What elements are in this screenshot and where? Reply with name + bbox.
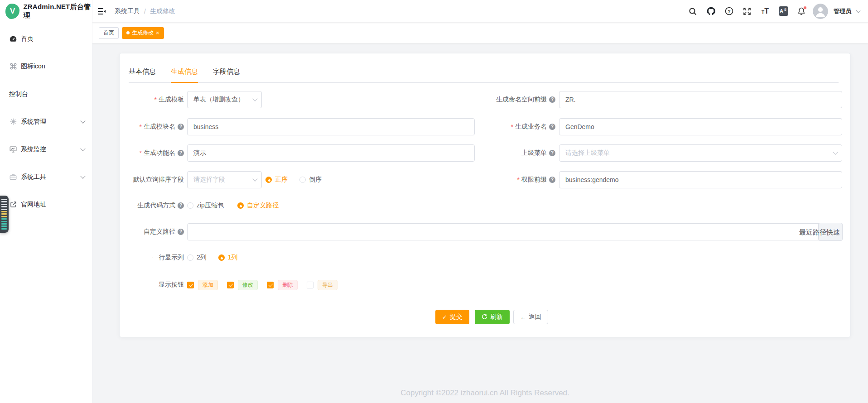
help-icon[interactable]: ?	[178, 150, 184, 156]
button-tag-add: 添加	[198, 280, 218, 290]
username[interactable]: 管理员	[834, 7, 851, 15]
sidebar-item-system-management[interactable]: 系统管理	[0, 108, 92, 135]
theme-drawer-handle[interactable]	[0, 196, 9, 233]
help-icon[interactable]: ?	[178, 229, 184, 235]
close-icon[interactable]: ×	[156, 30, 159, 36]
sidebar-fold-icon[interactable]	[96, 6, 106, 16]
checkbox-icon	[307, 282, 313, 288]
refresh-icon	[482, 314, 487, 321]
custom-path-input[interactable]	[188, 224, 842, 240]
help-icon[interactable]: ?	[178, 124, 184, 130]
field-label-perm-prefix: * 权限前缀 ?	[410, 171, 555, 188]
sidebar-item-system-tools[interactable]: 系统工具	[0, 163, 92, 191]
bell-icon[interactable]	[795, 5, 808, 18]
sidebar-item-console[interactable]: 控制台	[0, 80, 92, 108]
button-label: 刷新	[490, 313, 503, 321]
handle-stripe	[1, 213, 7, 215]
github-icon[interactable]	[704, 5, 718, 18]
field-label-show-buttons: 显示按钮	[120, 276, 184, 293]
font-size-icon[interactable]: TT	[758, 5, 772, 18]
submit-button[interactable]: ✓ 提交	[435, 310, 469, 324]
radio-icon	[187, 202, 193, 209]
select-value: 单表（增删改查）	[193, 96, 244, 104]
checkbox-edit[interactable]: 修改	[227, 280, 258, 290]
sidebar-item-label: 系统工具	[21, 173, 81, 181]
label-text: 上级菜单	[521, 149, 547, 157]
sidebar-item-system-monitor[interactable]: 系统监控	[0, 135, 92, 163]
checkbox-add[interactable]: 添加	[187, 280, 218, 290]
breadcrumb-item-parent[interactable]: 系统工具	[115, 7, 140, 15]
help-icon[interactable]: ?	[549, 150, 555, 156]
handle-stripe	[1, 204, 7, 205]
sidebar-item-official-site[interactable]: 官网地址	[0, 191, 92, 218]
sidebar: V ZRAdmin.NET后台管理 首页 图标icon 控制台	[0, 0, 92, 403]
footer-copyright: Copyright ©2022 izhaorui.cn All Rights R…	[119, 389, 851, 398]
tab-basic-info[interactable]: 基本信息	[129, 67, 156, 82]
help-icon[interactable]: ?	[549, 124, 555, 130]
back-button[interactable]: ← 返回	[513, 310, 548, 324]
help-icon[interactable]: ?	[549, 177, 555, 183]
radio-label: 倒序	[309, 176, 322, 184]
field-label-template: * 生成模板	[120, 91, 184, 108]
help-icon[interactable]: ?	[178, 202, 184, 209]
radio-one-column[interactable]: 1列	[218, 254, 238, 262]
translate-letter: A	[780, 9, 783, 14]
help-icon[interactable]: ?	[722, 5, 736, 18]
label-text: 默认查询排序字段	[133, 176, 184, 184]
parent-menu-select[interactable]: 请选择上级菜单	[559, 144, 842, 162]
field-label-namespace: 生成命名空间前缀 ?	[410, 91, 555, 108]
perm-prefix-input[interactable]	[559, 172, 842, 188]
required-asterisk: *	[511, 123, 513, 130]
sidebar-item-icons[interactable]: 图标icon	[0, 53, 92, 80]
refresh-button[interactable]: 刷新	[475, 310, 510, 324]
translate-icon[interactable]: A文	[776, 5, 790, 18]
radio-icon	[237, 202, 244, 209]
chevron-down-icon	[833, 149, 838, 154]
handle-stripe	[1, 216, 7, 217]
monitor-icon	[9, 145, 17, 154]
namespace-input[interactable]	[559, 91, 842, 108]
tab-gen-edit[interactable]: 生成修改 ×	[122, 27, 164, 39]
radio-zip[interactable]: zip压缩包	[187, 202, 224, 210]
label-text: 生成模块名	[144, 123, 175, 131]
radio-sort-asc[interactable]: 正序	[265, 176, 288, 184]
button-tag-edit: 修改	[238, 280, 258, 290]
handle-stripe	[1, 206, 7, 207]
recent-path-label[interactable]: 最近路径快速	[799, 224, 840, 241]
form-row: * 生成功能名 ? 上级菜单 ? 请选择上级菜单	[120, 144, 850, 162]
avatar[interactable]	[813, 4, 828, 19]
tab-generate-info[interactable]: 生成信息	[171, 67, 198, 82]
external-link-icon	[9, 201, 17, 209]
handle-stripe	[1, 225, 7, 227]
font-size-big: T	[764, 8, 769, 15]
sidebar-item-label: 官网地址	[21, 201, 85, 209]
search-icon[interactable]	[686, 5, 699, 18]
columns-radio-group: 2列 1列	[187, 249, 238, 266]
business-input[interactable]	[559, 119, 842, 135]
user-dropdown-chevron-icon[interactable]	[856, 8, 861, 13]
radio-sort-desc[interactable]: 倒序	[299, 176, 322, 184]
help-icon[interactable]: ?	[549, 96, 555, 103]
tab-home[interactable]: 首页	[99, 27, 119, 39]
form-row: 显示按钮 添加 修改 删除	[120, 276, 850, 293]
tab-label: 生成修改	[132, 29, 154, 37]
perm-prefix-input-wrap	[559, 171, 842, 188]
radio-two-columns[interactable]: 2列	[187, 254, 207, 262]
checkbox-icon	[187, 282, 194, 288]
required-asterisk: *	[140, 123, 142, 130]
app-logo-row[interactable]: V ZRAdmin.NET后台管理	[0, 0, 92, 23]
checkbox-export[interactable]: 导出	[307, 280, 338, 290]
chevron-down-icon	[252, 176, 257, 181]
handle-stripe	[1, 228, 7, 230]
required-asterisk: *	[154, 96, 157, 103]
radio-label: zip压缩包	[197, 202, 224, 210]
checkbox-delete[interactable]: 删除	[267, 280, 298, 290]
sort-field-select[interactable]: 请选择字段	[187, 171, 262, 188]
handle-stripe	[1, 201, 7, 202]
form-row: 自定义路径 ? 最近路径快速	[120, 223, 850, 240]
fullscreen-icon[interactable]	[740, 5, 754, 18]
tab-field-info[interactable]: 字段信息	[213, 67, 240, 82]
radio-custom-path[interactable]: 自定义路径	[237, 202, 279, 210]
template-select[interactable]: 单表（增删改查）	[187, 91, 262, 108]
sidebar-item-home[interactable]: 首页	[0, 25, 92, 53]
